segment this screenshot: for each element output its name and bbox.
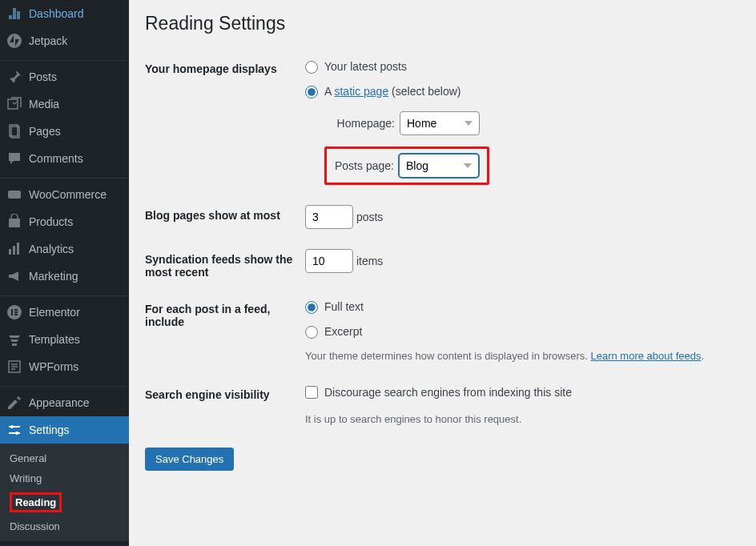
dashboard-icon bbox=[6, 6, 22, 22]
highlight-box: Posts page: Blog bbox=[324, 147, 489, 185]
menu-label: WPForms bbox=[29, 360, 78, 373]
menu-posts[interactable]: Posts bbox=[0, 63, 129, 90]
syndication-input[interactable] bbox=[305, 249, 353, 273]
settings-icon bbox=[6, 422, 22, 438]
svg-rect-8 bbox=[17, 243, 19, 255]
templates-icon bbox=[6, 331, 22, 347]
svg-rect-10 bbox=[11, 309, 13, 315]
radio-excerpt-input[interactable] bbox=[305, 326, 318, 339]
menu-label: Dashboard bbox=[29, 7, 84, 20]
visibility-label: Search engine visibility bbox=[145, 376, 305, 440]
visibility-description: It is up to search engines to honor this… bbox=[305, 412, 732, 428]
menu-woocommerce[interactable]: WooCommerce bbox=[0, 181, 129, 208]
menu-arrow-icon bbox=[129, 424, 135, 436]
submenu-reading[interactable]: Reading bbox=[0, 488, 129, 516]
svg-rect-11 bbox=[14, 309, 18, 311]
menu-label: Elementor bbox=[29, 306, 80, 319]
page-title: Reading Settings bbox=[145, 13, 740, 34]
feed-include-label: For each post in a feed, include bbox=[145, 291, 305, 376]
static-page-link[interactable]: static page bbox=[334, 85, 388, 98]
menu-label: Pages bbox=[29, 125, 61, 138]
settings-submenu: General Writing Reading Discussion bbox=[0, 444, 129, 541]
menu-comments[interactable]: Comments bbox=[0, 145, 129, 172]
admin-sidebar: Dashboard Jetpack Posts Media Pages Comm… bbox=[0, 0, 129, 546]
pages-icon bbox=[6, 123, 22, 139]
menu-analytics[interactable]: Analytics bbox=[0, 235, 129, 263]
homepage-select-label: Homepage: bbox=[324, 115, 395, 132]
posts-page-select-label: Posts page: bbox=[335, 158, 394, 175]
menu-appearance[interactable]: Appearance bbox=[0, 389, 129, 416]
menu-label: Templates bbox=[29, 333, 80, 346]
feed-description: Your theme determines how content is dis… bbox=[305, 348, 732, 364]
svg-rect-4 bbox=[8, 191, 21, 199]
menu-pages[interactable]: Pages bbox=[0, 118, 129, 145]
svg-rect-7 bbox=[13, 246, 15, 255]
menu-products[interactable]: Products bbox=[0, 208, 129, 235]
menu-dashboard[interactable]: Dashboard bbox=[0, 0, 129, 27]
menu-label: Analytics bbox=[29, 243, 74, 255]
menu-label: Products bbox=[29, 215, 73, 228]
svg-point-0 bbox=[7, 34, 22, 48]
menu-label: Comments bbox=[29, 152, 83, 165]
menu-label: Jetpack bbox=[29, 34, 67, 47]
menu-separator bbox=[0, 175, 129, 179]
learn-more-feeds-link[interactable]: Learn more about feeds bbox=[590, 350, 701, 362]
menu-jetpack[interactable]: Jetpack bbox=[0, 27, 129, 54]
submenu-general[interactable]: General bbox=[0, 448, 129, 468]
menu-label: Appearance bbox=[29, 396, 90, 409]
radio-excerpt[interactable]: Excerpt bbox=[305, 323, 362, 340]
menu-separator bbox=[0, 57, 129, 61]
homepage-select[interactable]: Home bbox=[400, 111, 480, 135]
save-button[interactable]: Save Changes bbox=[145, 448, 234, 471]
settings-form: Your homepage displays Your latest posts… bbox=[145, 50, 740, 440]
svg-rect-5 bbox=[9, 219, 20, 227]
highlight-box: Reading bbox=[10, 492, 62, 512]
menu-media[interactable]: Media bbox=[0, 90, 129, 118]
homepage-displays-label: Your homepage displays bbox=[145, 50, 305, 197]
svg-point-19 bbox=[10, 425, 14, 428]
menu-label: Settings bbox=[29, 424, 70, 436]
svg-rect-13 bbox=[14, 314, 18, 315]
menu-marketing[interactable]: Marketing bbox=[0, 263, 129, 290]
posts-page-select[interactable]: Blog bbox=[399, 154, 479, 178]
radio-static-page[interactable]: A static page (select below) bbox=[305, 83, 460, 100]
submenu-writing[interactable]: Writing bbox=[0, 468, 129, 488]
menu-separator bbox=[0, 383, 129, 387]
products-icon bbox=[6, 214, 22, 230]
menu-label: Marketing bbox=[29, 270, 78, 283]
radio-full-text[interactable]: Full text bbox=[305, 299, 364, 315]
radio-latest-posts[interactable]: Your latest posts bbox=[305, 58, 407, 75]
comments-icon bbox=[6, 151, 22, 167]
menu-elementor[interactable]: Elementor bbox=[0, 299, 129, 326]
analytics-icon bbox=[6, 241, 22, 257]
wpforms-icon bbox=[6, 359, 22, 375]
blog-pages-input[interactable] bbox=[305, 205, 353, 229]
pin-icon bbox=[6, 69, 22, 85]
svg-rect-1 bbox=[8, 99, 18, 109]
syndication-label: Syndication feeds show the most recent bbox=[145, 241, 305, 291]
radio-static-input[interactable] bbox=[305, 86, 318, 98]
visibility-checkbox[interactable] bbox=[305, 386, 318, 399]
media-icon bbox=[6, 96, 22, 112]
menu-settings[interactable]: Settings bbox=[0, 416, 129, 444]
blog-pages-label: Blog pages show at most bbox=[145, 197, 305, 241]
menu-label: WooCommerce bbox=[29, 188, 107, 201]
svg-rect-6 bbox=[9, 249, 11, 255]
submenu-discussion[interactable]: Discussion bbox=[0, 516, 129, 536]
woo-icon bbox=[6, 187, 22, 203]
content-area: Reading Settings Your homepage displays … bbox=[129, 0, 756, 546]
jetpack-icon bbox=[6, 33, 22, 49]
syndication-unit: items bbox=[356, 255, 383, 267]
svg-rect-12 bbox=[14, 311, 18, 313]
menu-wpforms[interactable]: WPForms bbox=[0, 353, 129, 380]
elementor-icon bbox=[6, 304, 22, 320]
menu-templates[interactable]: Templates bbox=[0, 326, 129, 353]
blog-pages-unit: posts bbox=[356, 211, 383, 223]
radio-latest-input[interactable] bbox=[305, 61, 318, 74]
menu-label: Posts bbox=[29, 70, 57, 83]
appearance-icon bbox=[6, 395, 22, 411]
menu-separator bbox=[0, 292, 129, 296]
svg-point-21 bbox=[15, 432, 18, 435]
visibility-checkbox-label[interactable]: Discourage search engines from indexing … bbox=[305, 384, 572, 401]
radio-full-input[interactable] bbox=[305, 301, 318, 314]
